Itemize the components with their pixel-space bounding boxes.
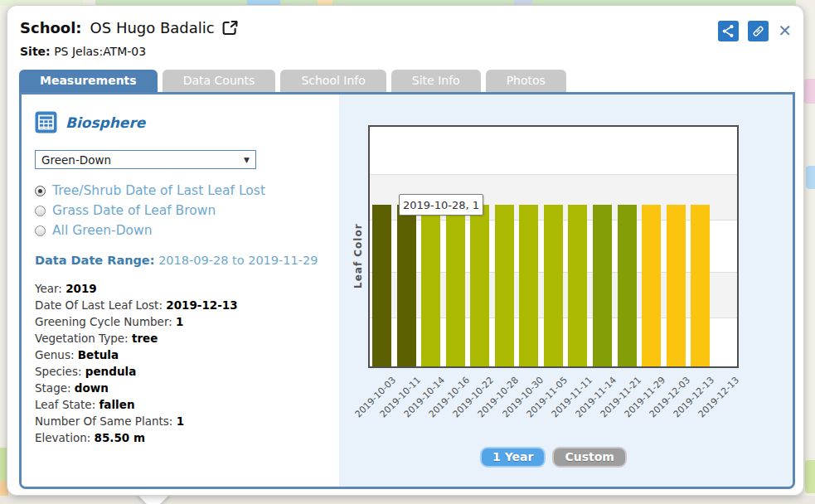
- school-name: OS Hugo Badalic: [90, 19, 215, 36]
- site-label: Site:: [20, 45, 51, 58]
- bar-2019-12-13-13[interactable]: [691, 205, 710, 366]
- school-label: School:: [20, 19, 82, 36]
- bar-2019-11-21-10[interactable]: [618, 205, 637, 366]
- radio-button-icon[interactable]: [35, 186, 46, 196]
- bar-2019-10-11-1[interactable]: [397, 205, 416, 366]
- bar-2019-10-14-2[interactable]: [421, 205, 440, 366]
- chart-area: Leaf Color 2019-10-28, 1 2019-10-032019-…: [339, 94, 793, 487]
- map-fragment: [806, 166, 815, 189]
- detail-species: Species: pendula: [35, 363, 332, 380]
- bar-2019-10-28-5[interactable]: [495, 205, 514, 366]
- detail-vegetation-type: Vegetation Type: tree: [35, 330, 332, 346]
- radio-all-green-down[interactable]: All Green-Down: [35, 220, 332, 240]
- radio-tree-shrub-date-of-last-leaf-lost[interactable]: Tree/Shrub Date of Last Leaf Lost: [35, 181, 332, 201]
- site-popup: School: OS Hugo Badalic Site: PS Jelas:A…: [7, 5, 804, 496]
- map-fragment: [804, 79, 815, 104]
- detail-year: Year: 2019: [35, 280, 332, 297]
- custom-button[interactable]: Custom: [552, 447, 626, 468]
- open-school-icon[interactable]: [221, 19, 239, 36]
- range-buttons: 1 YearCustom: [368, 447, 739, 468]
- tab-bar: MeasurementsData CountsSchool InfoSite I…: [19, 70, 566, 92]
- date-range-label: Data Date Range:: [35, 254, 155, 267]
- detail-genus: Genus: Betula: [35, 346, 332, 363]
- map-fragment: [0, 496, 815, 504]
- gridline: [370, 174, 737, 175]
- measurement-sidebar: Biosphere Green-Down ▼ Tree/Shrub Date o…: [22, 94, 339, 487]
- tab-site-info[interactable]: Site Info: [391, 70, 481, 92]
- radio-button-icon[interactable]: [35, 206, 46, 216]
- sphere-title: Biosphere: [65, 114, 145, 131]
- table-icon: [35, 111, 57, 133]
- leaf-color-chart: 2019-10-28, 1: [368, 125, 739, 368]
- tab-data-counts[interactable]: Data Counts: [163, 70, 276, 92]
- bar-2019-10-30-6[interactable]: [519, 205, 538, 366]
- bar-2019-11-05-7[interactable]: [544, 205, 563, 366]
- measurements-panel: Biosphere Green-Down ▼ Tree/Shrub Date o…: [19, 92, 795, 489]
- radio-button-icon[interactable]: [35, 225, 46, 236]
- radio-grass-date-of-leaf-brown[interactable]: Grass Date of Leaf Brown: [35, 201, 332, 220]
- map-fragment: [805, 460, 815, 493]
- detail-elevation: Elevation: 85.50 m: [35, 429, 332, 446]
- detail-number-of-same-plants: Number Of Same Plants: 1: [35, 413, 332, 429]
- radio-label: Tree/Shrub Date of Last Leaf Lost: [52, 183, 265, 198]
- y-axis-label: Leaf Color: [352, 223, 364, 288]
- detail-stage: Stage: down: [35, 380, 332, 396]
- bar-2019-11-14-9[interactable]: [593, 205, 612, 366]
- popup-actions: ✕: [718, 21, 792, 41]
- radio-label: All Green-Down: [52, 223, 153, 238]
- tab-photos[interactable]: Photos: [486, 70, 566, 92]
- chevron-down-icon: ▼: [244, 156, 250, 164]
- bar-2019-10-03-0[interactable]: [372, 205, 391, 366]
- site-name: PS Jelas:ATM-03: [54, 45, 146, 58]
- link-icon: [751, 24, 765, 38]
- bar-2019-11-11-8[interactable]: [568, 205, 587, 366]
- share-button[interactable]: [718, 21, 739, 41]
- dropdown-value: Green-Down: [41, 153, 111, 167]
- close-icon[interactable]: ✕: [778, 21, 792, 41]
- permalink-button[interactable]: [748, 21, 769, 41]
- tab-measurements[interactable]: Measurements: [19, 70, 158, 92]
- measurement-radio-group: Tree/Shrub Date of Last Leaf LostGrass D…: [35, 181, 332, 240]
- bar-2019-11-29-11[interactable]: [642, 205, 661, 366]
- share-icon: [721, 24, 735, 38]
- detail-date-of-last-leaf-lost: Date Of Last Leaf Lost: 2019-12-13: [35, 297, 332, 313]
- map-screen: { "popup": { "header": { "school_label":…: [0, 0, 815, 504]
- measurement-details: Year: 2019Date Of Last Leaf Lost: 2019-1…: [35, 280, 332, 446]
- measurement-type-dropdown[interactable]: Green-Down ▼: [35, 150, 256, 169]
- bar-2019-10-22-4[interactable]: [470, 205, 489, 366]
- x-axis-labels: 2019-10-032019-10-112019-10-142019-10-16…: [370, 370, 740, 449]
- bar-2019-12-03-12[interactable]: [667, 205, 686, 366]
- chart-tooltip: 2019-10-28, 1: [399, 194, 483, 216]
- popup-title: School: OS Hugo Badalic: [20, 19, 239, 36]
- sphere-header: Biosphere: [35, 111, 332, 133]
- data-date-range: Data Date Range: 2018-09-28 to 2019-11-2…: [35, 254, 332, 267]
- bar-2019-10-16-3[interactable]: [446, 205, 465, 366]
- tab-school-info[interactable]: School Info: [280, 70, 386, 92]
- radio-label: Grass Date of Leaf Brown: [52, 203, 216, 218]
- date-range-value: 2018-09-28 to 2019-11-29: [158, 254, 318, 267]
- site-title: Site: PS Jelas:ATM-03: [20, 45, 146, 58]
- detail-greening-cycle-number: Greening Cycle Number: 1: [35, 313, 332, 330]
- 1-year-button[interactable]: 1 Year: [480, 447, 546, 468]
- detail-leaf-state: Leaf State: fallen: [35, 396, 332, 413]
